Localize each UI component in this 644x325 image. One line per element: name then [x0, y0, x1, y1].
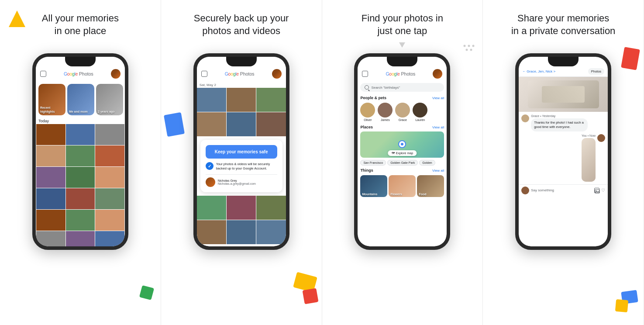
- photo-cell: [36, 188, 65, 209]
- p2-photo-cell: [227, 88, 256, 112]
- p2-photo-cell: [197, 88, 226, 112]
- map-explore-label: Explore map: [396, 152, 413, 155]
- highlights-row: Recent highlights Me and mom 2 years ago: [36, 81, 125, 117]
- google-photos-logo-2: Google Photos: [225, 71, 255, 76]
- map-container: 🗺 Explore map: [360, 131, 444, 158]
- p2-photo-cell: [227, 196, 256, 220]
- image-send-icon[interactable]: [594, 188, 599, 193]
- people-view-all[interactable]: View all: [432, 96, 444, 100]
- chat-input[interactable]: Say something: [531, 188, 592, 192]
- search-bar[interactable]: Search "birthdays": [360, 83, 444, 92]
- p2-photo-cell: [256, 88, 286, 112]
- you-avatar: [597, 134, 605, 142]
- map-explore-button[interactable]: 🗺 Explore map: [388, 150, 417, 156]
- phone-screen-3: Google Photos Search "birthdays" People …: [358, 57, 447, 246]
- highlight-card-recent[interactable]: Recent highlights: [38, 84, 65, 115]
- highlight-card-mom[interactable]: Me and mom: [67, 84, 94, 115]
- phone-screen-1: Google Photos Recent highlights Me and m…: [36, 57, 125, 246]
- backup-dialog: Keep your memories safe Your photos & vi…: [200, 140, 282, 192]
- photo-cell: [66, 124, 95, 145]
- you-msg-content: You • Now: [582, 134, 596, 182]
- search-placeholder: Search "birthdays": [371, 86, 400, 90]
- p2-photo-cell: [197, 196, 226, 220]
- deco-dots: [462, 44, 475, 54]
- back-button[interactable]: ← Grace, Jen, Nick >: [522, 69, 555, 73]
- chip-ggp[interactable]: Golden Gate Park: [387, 160, 418, 166]
- person-name-lauren: Lauren: [415, 118, 425, 121]
- thing-food: Food: [417, 175, 444, 197]
- account-email: Nicholas.a.grey@gmail.com: [218, 182, 256, 185]
- photo-cell: [66, 231, 95, 246]
- p2-photo-cell: [227, 112, 256, 136]
- photos-button[interactable]: Photos: [588, 68, 604, 75]
- person-james: James: [378, 103, 393, 121]
- thing-label-flowers: Flowers: [390, 193, 402, 196]
- people-section-title: People & pets: [360, 96, 386, 100]
- user-avatar-1: [111, 69, 121, 79]
- things-view-all[interactable]: View all: [432, 169, 444, 173]
- phone-screen-2: Google Photos Sat, May 2 Keep your memor…: [197, 57, 286, 246]
- chat-top-image: [519, 77, 608, 112]
- chat-send-icons: ♡: [594, 188, 605, 193]
- chat-input-row: Say something ♡: [519, 184, 608, 196]
- panel4-title: Share your memories in a private convers…: [511, 12, 615, 45]
- photo-grid-1: [36, 124, 125, 246]
- panel3-title: Find your photos in just one tap: [362, 12, 443, 45]
- photo-cell: [36, 145, 65, 166]
- chip-golden[interactable]: Golden: [419, 160, 435, 166]
- phone-frame-2: Google Photos Sat, May 2 Keep your memor…: [193, 53, 289, 250]
- panel1-title: All your memories in one place: [42, 12, 119, 45]
- panel-share: Share your memories in a private convers…: [483, 0, 644, 325]
- person-avatar-james: [378, 103, 393, 118]
- account-row: Nicholas Grey Nicholas.a.grey@gmail.com: [206, 174, 277, 187]
- backup-dialog-title: Keep your memories safe: [206, 145, 277, 159]
- photo-cell: [66, 167, 95, 188]
- highlight-card-2years[interactable]: 2 years ago: [96, 84, 123, 115]
- handstand-photo: [582, 138, 596, 182]
- message-grace: Grace • Yesterday Thanks for the photo! …: [521, 114, 605, 131]
- p2-photo-cell: [197, 112, 226, 136]
- places-chips: San Francisco Golden Gate Park Golden: [358, 159, 447, 167]
- google-photos-logo-3: Google Photos: [386, 71, 415, 76]
- photo-cell: [95, 124, 124, 145]
- back-arrow-icon: ←: [522, 69, 526, 73]
- photo-cell: [95, 210, 124, 231]
- p2-photo-cell: [197, 220, 226, 244]
- photo-cell: [36, 210, 65, 231]
- photo-cell: [95, 167, 124, 188]
- svg-point-2: [472, 45, 475, 47]
- deco-yellow-triangle: [9, 10, 25, 27]
- grace-text: Thanks for the photo! I had such a good …: [534, 121, 585, 129]
- gp-header-3: Google Photos: [358, 57, 447, 81]
- chat-icon-1: [40, 71, 46, 77]
- svg-point-4: [470, 49, 472, 51]
- places-view-all[interactable]: View all: [432, 125, 444, 129]
- svg-point-0: [464, 45, 466, 47]
- heart-icon[interactable]: ♡: [601, 188, 605, 193]
- grace-bubble: Thanks for the photo! I had such a good …: [531, 118, 588, 131]
- user-avatar-3: [433, 69, 442, 79]
- people-row: Oliver James Grace Lauren: [358, 101, 447, 124]
- p2-photo-cell: [227, 220, 256, 244]
- person-avatar-lauren: [413, 103, 427, 118]
- person-grace: Grace: [395, 103, 410, 121]
- phone-frame-4: ← Grace, Jen, Nick > Photos Grace: [515, 53, 611, 250]
- deco-red-rect: [621, 47, 640, 70]
- photo-cell: [36, 231, 65, 246]
- panel-memories: All your memories in one place Google Ph…: [0, 0, 161, 325]
- person-oliver: Oliver: [360, 103, 375, 121]
- chat-icon-3: [362, 71, 368, 77]
- grace-sender: Grace • Yesterday: [531, 114, 588, 118]
- p2-photo-cell: [256, 220, 286, 244]
- map-pin-dot: [401, 143, 403, 145]
- today-label: Today: [36, 117, 125, 124]
- account-avatar: [206, 177, 215, 187]
- panel-search: Find your photos in just one tap Google …: [322, 0, 483, 325]
- chip-sf[interactable]: San Francisco: [360, 160, 386, 166]
- account-name: Nicholas Grey: [218, 179, 256, 182]
- message-you: You • Now: [521, 134, 605, 182]
- panel2-title: Securely back up your photos and videos: [194, 12, 289, 45]
- input-avatar: [521, 187, 529, 194]
- chat-name: Grace, Jen, Nick >: [527, 69, 555, 73]
- account-info: Nicholas Grey Nicholas.a.grey@gmail.com: [218, 179, 256, 185]
